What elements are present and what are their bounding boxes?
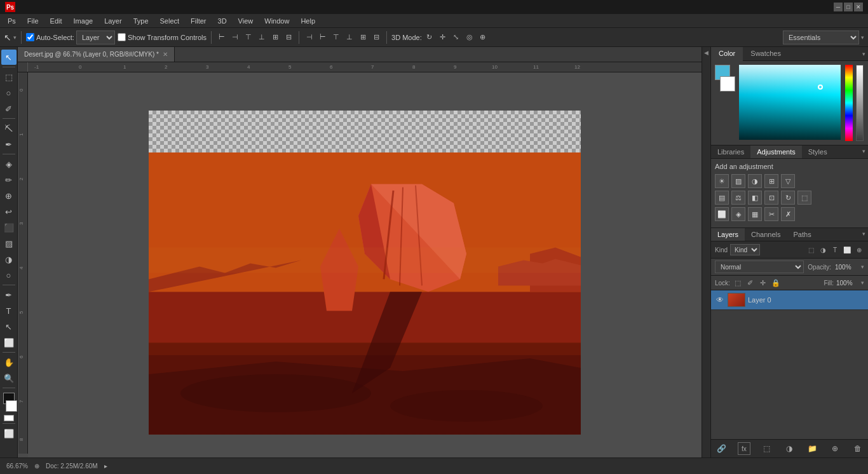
- kind-filter-select[interactable]: Kind: [730, 244, 760, 255]
- menu-image[interactable]: Image: [69, 16, 98, 26]
- eraser-tool[interactable]: ⬛: [1, 220, 17, 235]
- bw-adj-icon[interactable]: ◧: [748, 191, 762, 205]
- dodge-tool[interactable]: ○: [1, 267, 17, 283]
- tab-swatches[interactable]: Swatches: [743, 47, 789, 60]
- brush-tool[interactable]: ✏: [1, 172, 17, 187]
- shape-tool[interactable]: ⬜: [1, 335, 17, 350]
- opacity-color-slider[interactable]: [856, 65, 864, 141]
- selectivecolor-adj-icon[interactable]: ✗: [781, 207, 795, 221]
- invert-adj-icon[interactable]: ⬜: [715, 207, 729, 221]
- menu-edit[interactable]: Edit: [45, 16, 67, 26]
- eyedropper-tool[interactable]: ✒: [1, 137, 17, 152]
- quick-select-tool[interactable]: ✐: [1, 101, 17, 116]
- fill-dropdown-arrow[interactable]: ▾: [861, 280, 864, 286]
- dist-left-icon[interactable]: ⊣: [304, 32, 315, 43]
- tab-adjustments[interactable]: Adjustments: [750, 146, 802, 158]
- document-tab-close[interactable]: ✕: [163, 51, 168, 58]
- align-middle-icon[interactable]: ⊞: [269, 32, 281, 43]
- blend-mode-select[interactable]: Normal Dissolve Multiply: [715, 261, 804, 273]
- auto-select-checkbox[interactable]: [26, 33, 34, 41]
- maximize-button[interactable]: □: [844, 3, 853, 11]
- auto-select-type[interactable]: Layer Group: [76, 30, 115, 44]
- tab-styles[interactable]: Styles: [802, 146, 834, 158]
- levels-adj-icon[interactable]: ▨: [731, 174, 745, 188]
- history-tool[interactable]: ↩: [1, 204, 17, 219]
- menu-ps[interactable]: Ps: [3, 16, 21, 26]
- brightness-adj-icon[interactable]: ☀: [715, 174, 729, 188]
- clone-tool[interactable]: ⊕: [1, 188, 17, 203]
- align-right-icon[interactable]: ⊤: [243, 32, 254, 43]
- photofilter-adj-icon[interactable]: ⊡: [764, 191, 778, 205]
- panel-collapse-button[interactable]: ◀: [702, 47, 710, 457]
- background-color-picker[interactable]: [720, 76, 735, 91]
- gradientmap-adj-icon[interactable]: ✂: [764, 207, 778, 221]
- channelmix-adj-icon[interactable]: ↻: [781, 191, 795, 205]
- menu-window[interactable]: Window: [259, 16, 294, 26]
- statusbar-expand[interactable]: ▸: [104, 463, 107, 470]
- align-left-icon[interactable]: ⊢: [216, 32, 227, 43]
- threshold-adj-icon[interactable]: ▦: [748, 207, 762, 221]
- color-gradient-picker[interactable]: [739, 65, 841, 140]
- quick-mask-icon[interactable]: [4, 415, 14, 421]
- workspace-select[interactable]: Essentials: [783, 30, 859, 44]
- dist-top-icon[interactable]: ⊥: [344, 32, 355, 43]
- path-select-tool[interactable]: ↖: [1, 319, 17, 334]
- dist-right-icon[interactable]: ⊤: [330, 32, 342, 43]
- marquee-tool[interactable]: ⬚: [1, 69, 17, 85]
- menu-layer[interactable]: Layer: [99, 16, 127, 26]
- crop-tool[interactable]: ⛏: [1, 121, 17, 136]
- background-color-swatch[interactable]: [6, 400, 17, 412]
- align-center-h-icon[interactable]: ⊣: [229, 32, 241, 43]
- layer-mask-icon[interactable]: ⬚: [761, 442, 773, 455]
- minimize-button[interactable]: ─: [834, 3, 843, 11]
- menu-file[interactable]: File: [22, 16, 44, 26]
- gradient-tool[interactable]: ▨: [1, 236, 17, 251]
- adj-panel-expand[interactable]: ▾: [860, 146, 868, 158]
- menu-filter[interactable]: Filter: [186, 16, 211, 26]
- layer-row[interactable]: 👁 Layer 0: [711, 290, 868, 310]
- align-bottom-icon[interactable]: ⊟: [283, 32, 294, 43]
- vibrance-adj-icon[interactable]: ▽: [781, 174, 795, 188]
- type-filter-icon[interactable]: T: [830, 245, 840, 255]
- menu-view[interactable]: View: [233, 16, 259, 26]
- menu-3d[interactable]: 3D: [213, 16, 232, 26]
- lock-all-icon[interactable]: 🔒: [771, 278, 781, 288]
- layer-fx-icon[interactable]: fx: [738, 442, 750, 455]
- blur-tool[interactable]: ◑: [1, 252, 17, 267]
- layers-panel-expand[interactable]: ▾: [860, 228, 868, 241]
- lock-pixels-icon[interactable]: ⬚: [733, 278, 743, 288]
- layer-new-icon[interactable]: ⊕: [829, 442, 841, 455]
- pen-tool[interactable]: ✒: [1, 287, 17, 302]
- tab-paths[interactable]: Paths: [787, 228, 818, 241]
- change-screen-mode[interactable]: ⬜: [1, 426, 17, 441]
- color-panel-expand[interactable]: ▾: [862, 51, 865, 57]
- dist-center-icon[interactable]: ⊢: [317, 32, 329, 43]
- curves-adj-icon[interactable]: ◑: [748, 174, 762, 188]
- tab-layers[interactable]: Layers: [711, 228, 745, 241]
- adj-filter-icon[interactable]: ◑: [818, 245, 828, 255]
- layer-link-icon[interactable]: 🔗: [715, 442, 728, 455]
- pixel-filter-icon[interactable]: ⬚: [806, 245, 816, 255]
- dist-bottom-icon[interactable]: ⊟: [370, 32, 382, 43]
- colorbalance-adj-icon[interactable]: ⚖: [731, 191, 745, 205]
- hand-tool[interactable]: ✋: [1, 355, 17, 370]
- zoom-tool[interactable]: 🔍: [1, 370, 17, 386]
- layer-visibility-toggle[interactable]: 👁: [715, 295, 725, 305]
- posterize-adj-icon[interactable]: ◈: [731, 207, 745, 221]
- active-document-tab[interactable]: Desert.jpg @ 66.7% (Layer 0, RGB/8#/CMYK…: [18, 47, 175, 62]
- hue-slider[interactable]: [845, 65, 853, 141]
- move-tool[interactable]: ↖: [1, 50, 17, 65]
- 3d-pan-icon[interactable]: ⊕: [477, 32, 489, 43]
- tab-libraries[interactable]: Libraries: [711, 146, 750, 158]
- lasso-tool[interactable]: ○: [1, 85, 17, 100]
- close-button[interactable]: ✕: [854, 3, 863, 11]
- align-top-icon[interactable]: ⊥: [256, 32, 268, 43]
- layer-delete-icon[interactable]: 🗑: [851, 442, 864, 455]
- lock-position-icon[interactable]: ✐: [745, 278, 756, 288]
- menu-help[interactable]: Help: [295, 16, 320, 26]
- exposure-adj-icon[interactable]: ⊞: [764, 174, 778, 188]
- menu-type[interactable]: Type: [128, 16, 154, 26]
- healing-tool[interactable]: ◈: [1, 156, 17, 172]
- 3d-roll-icon[interactable]: ◎: [464, 32, 475, 43]
- menu-select[interactable]: Select: [155, 16, 185, 26]
